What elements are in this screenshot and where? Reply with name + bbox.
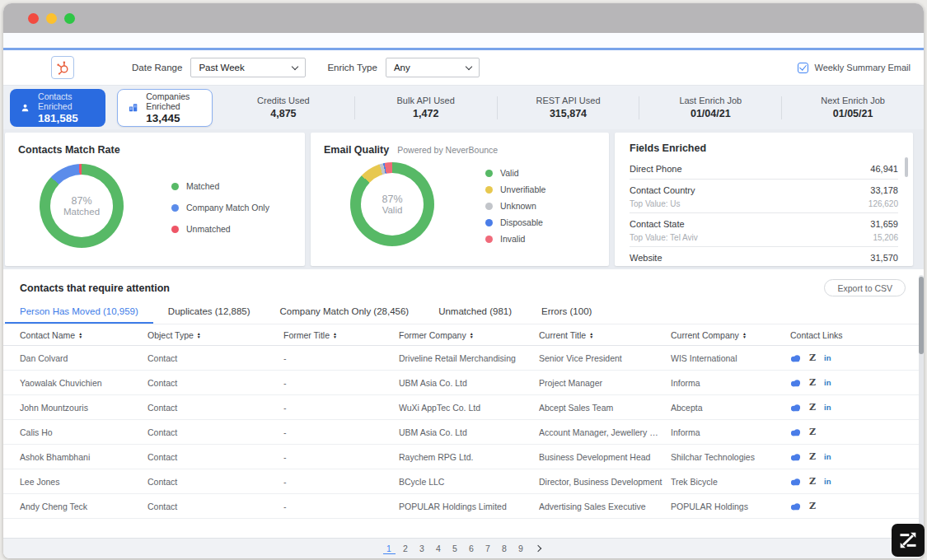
hubspot-logo[interactable] <box>51 56 74 79</box>
zoominfo-link-icon[interactable]: Z <box>809 352 816 363</box>
tab-unmatched[interactable]: Unmatched (981) <box>424 306 527 324</box>
pagination-page-3[interactable]: 3 <box>416 544 428 553</box>
table-row[interactable]: Ashok BhambhaniContact-Raychem RPG Ltd.B… <box>3 445 924 469</box>
table-row[interactable]: Dan ColvardContact-Driveline Retail Merc… <box>3 346 924 371</box>
pagination-page-4[interactable]: 4 <box>433 544 445 553</box>
linkedin-link-icon[interactable]: in <box>824 477 831 486</box>
legend-dot <box>485 186 493 194</box>
table-row[interactable]: Lee JonesContact-BCycle LLCDirector, Bus… <box>3 469 924 494</box>
date-range-select[interactable]: Past Week <box>190 58 306 77</box>
fields-row-direct-phone: Direct Phone46,941 <box>630 161 898 176</box>
cell-current-title: Director, Business Development <box>539 477 671 487</box>
pagination-page-7[interactable]: 7 <box>482 544 494 553</box>
sort-icon[interactable]: ▲▼ <box>470 332 474 338</box>
pagination-page-2[interactable]: 2 <box>400 544 412 553</box>
cell-former-company: Raychem RPG Ltd. <box>399 452 539 462</box>
crm-cloud-icon[interactable] <box>790 404 801 412</box>
zoominfo-link-icon[interactable]: Z <box>809 476 816 487</box>
pagination-page-5[interactable]: 5 <box>449 544 461 553</box>
crm-cloud-icon[interactable] <box>790 502 801 511</box>
enrich-type-select[interactable]: Any <box>386 58 480 77</box>
zoominfo-z-icon <box>897 530 919 551</box>
cell-object-type: Contact <box>147 477 283 487</box>
sort-icon[interactable]: ▲▼ <box>197 332 201 338</box>
cell-contact-links: Zin <box>790 402 924 413</box>
page-scrollbar-thumb[interactable] <box>919 277 924 354</box>
export-to-csv-button[interactable]: Export to CSV <box>824 279 906 296</box>
linkedin-link-icon[interactable]: in <box>824 452 831 461</box>
table-row[interactable]: Andy Cheng TeckContact-POPULAR Holdings … <box>3 494 924 519</box>
sort-icon[interactable]: ▲▼ <box>78 332 82 338</box>
field-value: 33,178 <box>870 185 898 195</box>
crm-cloud-icon[interactable] <box>790 453 801 461</box>
column-header-object-type[interactable]: Object Type▲▼ <box>147 330 283 340</box>
sort-icon[interactable]: ▲▼ <box>589 332 593 338</box>
table-row[interactable]: John MountzourisContact-WuXi AppTec Co. … <box>3 395 924 420</box>
field-separator <box>630 179 898 180</box>
maximize-window-button[interactable] <box>64 13 75 24</box>
tab-company-match-only[interactable]: Company Match Only (28,456) <box>265 306 424 324</box>
stat-value: 13,445 <box>146 112 202 124</box>
zoominfo-link-icon[interactable]: Z <box>809 402 816 413</box>
zoominfo-link-icon[interactable]: Z <box>809 501 816 511</box>
column-header-former-company[interactable]: Former Company▲▼ <box>399 330 539 340</box>
pagination-page-9[interactable]: 9 <box>515 544 527 553</box>
linkedin-link-icon[interactable]: in <box>824 353 831 362</box>
pagination-page-6[interactable]: 6 <box>466 544 478 553</box>
sort-icon[interactable]: ▲▼ <box>742 332 747 338</box>
sort-icon[interactable]: ▲▼ <box>333 332 337 338</box>
column-header-former-title[interactable]: Former Title▲▼ <box>283 330 399 340</box>
cell-former-title: - <box>283 403 399 413</box>
pagination-page-1[interactable]: 1 <box>383 544 396 554</box>
column-header-current-title[interactable]: Current Title▲▼ <box>539 330 671 340</box>
crm-cloud-icon[interactable] <box>790 478 801 486</box>
legend-dot <box>171 183 179 190</box>
zoominfo-link-icon[interactable]: Z <box>809 427 816 437</box>
table-row[interactable]: Calis HoContact-UBM Asia Co. LtdAccount … <box>3 420 924 445</box>
cell-contact-name: Lee Jones <box>20 477 147 487</box>
crm-cloud-icon[interactable] <box>790 428 801 436</box>
field-label: Contact State <box>630 219 685 229</box>
fields-row-contact-country: Contact Country33,178Top Value: Us126,62… <box>630 182 898 210</box>
zoominfo-link-icon[interactable]: Z <box>809 451 816 462</box>
crm-cloud-icon[interactable] <box>790 379 801 387</box>
legend-item-unverifiable: Unverifiable <box>485 184 545 194</box>
pagination-page-8[interactable]: 8 <box>499 544 511 553</box>
column-header-current-company[interactable]: Current Company▲▼ <box>671 330 790 340</box>
cell-former-company: POPULAR Holdings Limited <box>399 502 539 511</box>
match-rate-donut-chart: 87% Matched <box>40 164 124 248</box>
cell-former-company: WuXi AppTec Co. Ltd <box>399 403 539 413</box>
stat-card-companies-enriched[interactable]: Companies Enriched13,445 <box>117 89 213 127</box>
stat-card-contacts-enriched[interactable]: Contacts Enriched181,585 <box>10 89 105 127</box>
linkedin-link-icon[interactable]: in <box>824 403 831 412</box>
cell-current-company: WIS International <box>671 353 790 363</box>
fields-enriched-card: Fields Enriched Direct Phone46,941Contac… <box>615 133 913 266</box>
stat-value: 4,875 <box>270 108 296 119</box>
browser-toolbar-strip <box>3 33 924 50</box>
column-header-contact-name[interactable]: Contact Name▲▼ <box>20 330 147 340</box>
stat-value: 181,585 <box>38 112 96 124</box>
tab-errors[interactable]: Errors (100) <box>527 306 606 324</box>
field-label: Direct Phone <box>630 164 682 174</box>
tab-person-has-moved[interactable]: Person Has Moved (10,959) <box>5 306 153 324</box>
legend-item-invalid: Invalid <box>485 234 545 244</box>
minimize-window-button[interactable] <box>46 13 57 24</box>
cell-current-company: POPULAR Holdings <box>671 502 790 511</box>
zoominfo-link-icon[interactable]: Z <box>809 377 816 388</box>
column-label: Former Title <box>283 330 330 340</box>
weekly-summary-checkbox[interactable] <box>798 63 808 73</box>
close-window-button[interactable] <box>28 13 39 24</box>
cell-current-title: Business Development Head <box>539 452 671 462</box>
stat-value: 01/04/21 <box>691 108 731 119</box>
dashboard-header: Date Range Past Week Enrich Type Any Wee… <box>3 50 924 85</box>
app-window: Date Range Past Week Enrich Type Any Wee… <box>3 3 924 558</box>
linkedin-link-icon[interactable]: in <box>824 378 831 387</box>
fields-panel-scrollbar[interactable] <box>905 157 908 177</box>
tab-duplicates[interactable]: Duplicates (12,885) <box>153 306 265 324</box>
date-range-label: Date Range <box>132 63 182 72</box>
cell-contact-name: Dan Colvard <box>20 353 147 363</box>
table-row[interactable]: Yaowalak ChuvichienContact-UBM Asia Co. … <box>3 371 924 395</box>
crm-cloud-icon[interactable] <box>790 354 801 362</box>
cell-former-title: - <box>283 502 399 511</box>
pagination-next-button[interactable] <box>531 542 545 555</box>
